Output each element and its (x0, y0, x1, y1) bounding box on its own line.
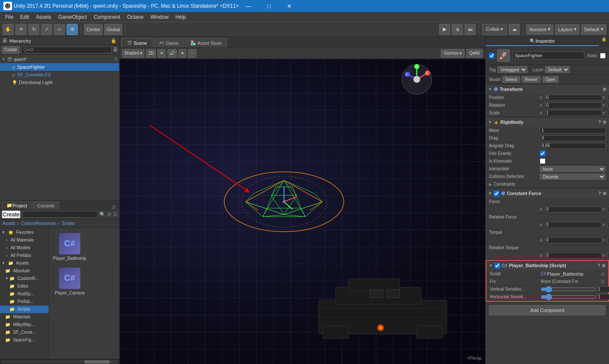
collision-select[interactable]: Discrete (540, 174, 606, 180)
constant-force-header[interactable]: ▼ ⊕ Constant Force ? ⚙ (486, 189, 609, 198)
cloud-button[interactable]: ☁ (509, 24, 520, 35)
asset-store-tab[interactable]: 🏪 Asset Store (185, 38, 227, 47)
move-tool-button[interactable]: ✛ (15, 24, 26, 35)
ptree-spacefig[interactable]: 📁 SpaceFig... (0, 336, 49, 344)
horiz-sens-slider[interactable] (541, 294, 596, 300)
player-battleship-header[interactable]: ▼ C# Player_Battleship (Script) ? ⚙ (486, 261, 608, 270)
shading-mode-dropdown[interactable]: Shaded ▾ (122, 49, 144, 58)
cf-enabled-checkbox[interactable] (494, 191, 499, 196)
project-create-button[interactable]: Create (2, 210, 20, 218)
drag-field[interactable] (540, 135, 606, 141)
console-tab[interactable]: Console (32, 201, 59, 210)
transform-settings-icon[interactable]: ⚙ (603, 87, 606, 92)
go-active-checkbox[interactable] (489, 53, 495, 58)
effects-button[interactable]: ✦ (179, 49, 186, 58)
pause-button[interactable]: ⏸ (452, 24, 463, 35)
pb-enabled-checkbox[interactable] (495, 263, 500, 268)
maximize-button[interactable]: □ (259, 0, 279, 12)
menu-item-assets[interactable]: Assets (32, 13, 55, 21)
rel-torque-x-field[interactable] (545, 253, 602, 259)
vert-sens-field[interactable] (597, 286, 609, 292)
ptree-all-models[interactable]: ○ All Models (0, 244, 49, 252)
file-player-battleship[interactable]: C# Player_Battleship (53, 231, 87, 262)
audio-button[interactable]: 🔊 (167, 49, 177, 58)
cf-help-icon[interactable]: ? (598, 191, 601, 196)
breadcrumb-customres[interactable]: CustomResources (21, 221, 56, 226)
inspector-tab[interactable]: 🔍 Inspector (486, 37, 599, 46)
gizmo-widget[interactable]: X Y Z (400, 62, 434, 96)
account-dropdown[interactable]: Account ▾ (526, 24, 553, 35)
scale-x-field[interactable] (545, 110, 602, 116)
step-button[interactable]: ⏭ (465, 24, 476, 35)
script-target-icon[interactable]: ◎ (601, 271, 605, 276)
tag-select[interactable]: Untagged (498, 66, 527, 73)
position-x-field[interactable] (545, 95, 602, 101)
menu-item-component[interactable]: Component (90, 13, 123, 21)
rotation-x-field[interactable] (545, 102, 602, 108)
project-menu-icon[interactable]: ☰ (113, 212, 117, 217)
hierarchy-search-input[interactable] (21, 47, 111, 53)
pb-settings-icon[interactable]: ⚙ (602, 263, 606, 268)
scene-extras-button[interactable]: ⋯ (188, 49, 196, 58)
scale-tool-button[interactable]: ⤢ (41, 24, 52, 35)
rel-force-x-field[interactable] (545, 222, 602, 228)
project-tab[interactable]: 📁 Project (2, 201, 32, 210)
ptree-all-prefabs[interactable]: ○ All Prefabs (0, 252, 49, 259)
rect-tool-button[interactable]: ▭ (54, 24, 65, 35)
torque-x-field[interactable] (545, 237, 602, 243)
menu-item-octane[interactable]: Octane (123, 13, 147, 21)
lighting-button[interactable]: ☀ (158, 49, 166, 58)
breadcrumb-scripts[interactable]: Scripts (61, 221, 75, 226)
tree-item-corvette[interactable]: ◇ SF_Corvette-F3 (0, 71, 119, 79)
ptree-favorites[interactable]: ▼ ⭐ Favorites (0, 229, 49, 236)
ptree-scripts[interactable]: 📁 Scripts (0, 306, 49, 313)
angular-drag-field[interactable] (540, 143, 606, 149)
tree-item-spacefighter[interactable]: ◇ SpaceFighter (0, 63, 119, 71)
scene-tab[interactable]: 🎬 Scene (121, 38, 152, 47)
add-component-button[interactable]: Add Component (489, 305, 606, 315)
tree-item-dirlight[interactable]: 💡 Directional Light (0, 79, 119, 86)
2d-button[interactable]: 2D (146, 49, 156, 58)
scene-all-filter[interactable]: Q▾All (466, 49, 483, 58)
layers-dropdown[interactable]: Layers ▾ (555, 24, 580, 35)
ptree-milkyway[interactable]: 📁 MilkyWay... (0, 321, 49, 329)
transform-header[interactable]: ▼ ⊕ Transform ⚙ (486, 84, 609, 94)
file-player-camera[interactable]: C# Player_Camera (53, 266, 87, 297)
game-tab[interactable]: 🎮 Game (153, 38, 184, 47)
hierarchy-lock-icon[interactable]: 🔒 (111, 38, 117, 44)
menu-item-window[interactable]: Window (147, 13, 172, 21)
go-name-input[interactable] (512, 52, 584, 59)
cf-settings-icon[interactable]: ⚙ (603, 191, 606, 196)
hierarchy-create-button[interactable]: Create (2, 46, 20, 54)
vert-sens-slider[interactable] (541, 287, 596, 292)
project-search-input[interactable] (22, 211, 98, 218)
breadcrumb-assets[interactable]: Assets (3, 221, 15, 226)
ptree-assets[interactable]: ▼ 📁 Assets (0, 259, 49, 267)
play-button[interactable]: ▶ (439, 24, 450, 35)
ptree-materials[interactable]: 📁 Materials (0, 313, 49, 321)
tree-item-root[interactable]: ▼ 🎬 qwert* ☰ (0, 55, 119, 63)
project-scrollbar[interactable] (0, 359, 119, 364)
frc-target-icon[interactable]: ◎ (601, 279, 605, 284)
pb-help-icon[interactable]: ? (597, 263, 600, 268)
global-button[interactable]: Global (104, 24, 122, 35)
menu-item-edit[interactable]: Edit (17, 13, 32, 21)
hand-tool-button[interactable]: ✋ (3, 24, 14, 35)
ptree-editor[interactable]: 📁 Editor (0, 282, 49, 290)
horiz-sens-field[interactable] (597, 294, 609, 300)
project-settings-icon[interactable]: ⚙ (107, 212, 111, 217)
ptree-absolute[interactable]: 📁 Absolute (0, 267, 49, 275)
rigidbody-settings-icon[interactable]: ⚙ (603, 120, 606, 125)
menu-item-help[interactable]: Help (172, 13, 190, 21)
rigidbody-help-icon[interactable]: ? (598, 120, 601, 125)
inspector-panel-lock-icon[interactable]: 🔒 (599, 37, 609, 46)
hierarchy-menu-icon[interactable]: ☰ (113, 47, 117, 52)
close-button[interactable]: ✕ (280, 0, 299, 12)
select-button[interactable]: Select (502, 76, 520, 83)
use-gravity-checkbox[interactable] (540, 151, 545, 156)
ptree-all-materials[interactable]: ○ All Materials (0, 236, 49, 244)
layout-dropdown[interactable]: Default ▾ (581, 24, 606, 35)
static-checkbox[interactable] (600, 53, 606, 58)
force-x-field[interactable] (545, 207, 602, 213)
minimize-button[interactable]: — (239, 0, 258, 12)
